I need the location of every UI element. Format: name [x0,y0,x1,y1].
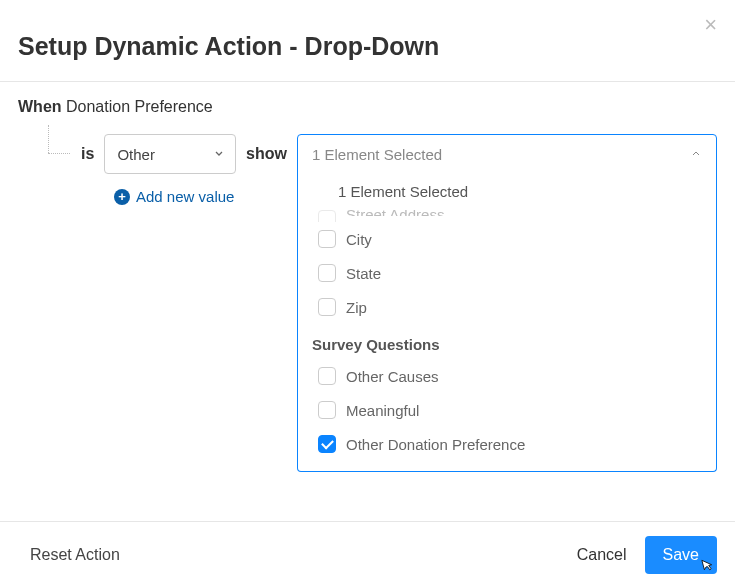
chevron-up-icon [690,146,702,163]
close-icon[interactable]: × [704,14,717,36]
plus-circle-icon: + [114,189,130,205]
dropdown-option[interactable]: Street Address [298,210,716,222]
when-field-name: Donation Preference [66,98,213,115]
checkbox-unchecked-icon[interactable] [318,401,336,419]
dropdown-option[interactable]: Other Donation Preference [298,427,716,461]
dropdown-option[interactable]: City [298,222,716,256]
chevron-down-icon [213,146,225,163]
rule-row: is Other show 1 Element Selected 1 Eleme… [30,134,717,174]
dropdown-option-label: Meaningful [346,402,419,419]
dropdown-option-label: City [346,231,372,248]
checkbox-unchecked-icon[interactable] [318,367,336,385]
checkbox-unchecked-icon[interactable] [318,298,336,316]
element-dropdown-panel: 1 Element Selected Street Address City S… [297,173,717,472]
checkbox-checked-icon[interactable] [318,435,336,453]
value-select[interactable]: Other [104,134,236,174]
show-label: show [246,145,287,163]
element-select[interactable]: 1 Element Selected [297,134,717,174]
footer-actions: Cancel Save [577,536,717,574]
dropdown-group-header: Survey Questions [298,324,716,359]
is-label: is [81,145,94,163]
dropdown-option-label: State [346,265,381,282]
checkbox-unchecked-icon[interactable] [318,264,336,282]
dropdown-option-label: Other Causes [346,368,439,385]
save-button[interactable]: Save [645,536,717,574]
element-select-summary: 1 Element Selected [312,146,442,163]
dropdown-panel-header: 1 Element Selected [298,173,716,210]
dropdown-option[interactable]: Other Causes [298,359,716,393]
dropdown-list[interactable]: Street Address City State Zip Survey [298,210,716,471]
add-new-value-link[interactable]: + Add new value [114,188,234,205]
dialog-footer: Reset Action Cancel Save [0,521,735,588]
checkbox-unchecked-icon[interactable] [318,230,336,248]
dropdown-option-label: Street Address [346,210,444,216]
dropdown-option-label: Zip [346,299,367,316]
dialog-title: Setup Dynamic Action - Drop-Down [18,32,717,61]
when-label: When [18,98,62,115]
condition-section: When Donation Preference is Other show 1… [0,82,735,205]
dropdown-option[interactable]: Zip [298,290,716,324]
dialog-header: Setup Dynamic Action - Drop-Down [0,0,735,81]
when-line: When Donation Preference [18,98,717,116]
cancel-button[interactable]: Cancel [577,546,627,564]
dropdown-option[interactable]: State [298,256,716,290]
dropdown-option-label: Other Donation Preference [346,436,525,453]
reset-action-link[interactable]: Reset Action [30,546,120,564]
add-value-label: Add new value [136,188,234,205]
tree-connector [30,125,71,165]
element-select-wrap: 1 Element Selected 1 Element Selected St… [297,134,717,174]
checkbox-unchecked-icon[interactable] [318,210,336,222]
value-select-text: Other [117,146,155,163]
dropdown-option[interactable]: Meaningful [298,393,716,427]
